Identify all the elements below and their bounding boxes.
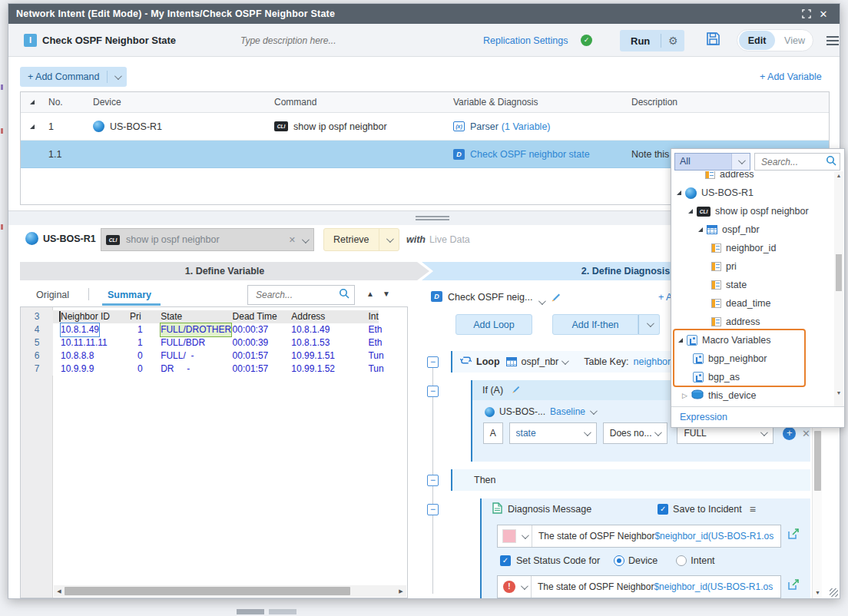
retrieve-button[interactable]: Retrieve [323,228,399,251]
expanded-icon[interactable] [698,227,703,232]
popup-search-input[interactable] [760,156,826,168]
tab-summary[interactable]: Summary [108,290,151,300]
tree-item-column[interactable]: dead_time [671,294,834,313]
add-if-then-dropdown[interactable] [638,314,660,335]
save-icon[interactable] [706,31,720,49]
close-icon[interactable]: ✕ [815,7,832,21]
find-next-icon[interactable]: ▼ [383,290,390,298]
device-radio[interactable] [614,555,624,566]
replication-settings-link[interactable]: Replication Settings [483,35,568,46]
find-previous-icon[interactable]: ▲ [366,290,374,298]
collapse-message-button[interactable]: − [427,504,439,515]
edit-pencil-icon[interactable] [511,384,521,396]
run-settings-gear-icon[interactable]: ⚙ [661,35,684,47]
save-to-incident-checkbox[interactable]: ✓ [658,504,668,515]
add-if-then-button[interactable]: Add If-then [552,314,638,335]
collapse-if-button[interactable]: − [427,386,439,397]
tree-item-address-partial[interactable]: address [671,171,834,184]
add-condition-icon[interactable]: + [783,427,796,440]
command-input[interactable]: CLI show ip ospf neighbor ✕ [101,228,314,251]
condition-variable-select[interactable]: state [509,422,597,444]
table-row-command[interactable]: 1 US-BOS-R1 CLI show ip ospf neighbor (x… [21,113,829,141]
expanded-icon[interactable] [678,338,683,343]
parser-variable-count[interactable]: (1 Variable) [502,121,551,132]
horizontal-scrollbar[interactable]: ◀ ▶ [54,585,406,597]
collapse-all-icon[interactable] [30,100,35,104]
add-command-dropdown[interactable] [107,71,127,83]
tree-item-macro-variable[interactable]: bgp_as [671,368,834,386]
open-editor-icon[interactable] [787,578,800,594]
open-editor-icon[interactable] [787,528,800,543]
remove-condition-icon[interactable]: ✕ [802,428,810,439]
chevron-down-icon[interactable] [561,357,569,365]
clear-icon[interactable]: ✕ [289,235,296,245]
splitter-handle[interactable] [416,216,449,222]
description-input[interactable] [239,31,381,50]
tab-original[interactable]: Original [36,290,69,300]
scrollbar-thumb[interactable] [814,431,821,491]
search-icon[interactable] [339,288,349,302]
scroll-right-icon[interactable]: ▶ [396,588,406,594]
diagnosis-link[interactable]: Check OSPF neighbor state [470,149,590,160]
expression-link[interactable]: Expression [671,406,844,427]
maximize-icon[interactable] [798,7,815,21]
resize-grip[interactable] [830,588,838,597]
table-icon [707,225,717,234]
view-mode-button[interactable]: View [777,35,813,46]
menu-icon[interactable] [826,36,839,48]
parser-label[interactable]: Parser [470,121,499,132]
tree-item-this-device[interactable]: ▷ this_device [671,386,834,405]
message-field-green[interactable]: The state of OSPF Neighbor $neighbor_id(… [497,525,781,548]
add-command-button[interactable]: + Add Command [20,67,127,87]
tree-item-macro-variables[interactable]: Macro Variables [671,331,834,349]
chevron-down-icon[interactable] [516,534,532,539]
edit-mode-button[interactable]: Edit [739,31,775,50]
baseline-selector[interactable]: Baseline [550,406,585,417]
diagnosis-dropdown-icon[interactable] [538,294,544,308]
scrollbar-thumb[interactable] [65,587,350,595]
tree-item-macro-variable[interactable]: bgp_neighbor [671,349,834,368]
chevron-down-icon[interactable] [515,585,531,590]
tree-item-column[interactable]: address [671,313,834,331]
message-menu-icon[interactable]: ≡ [750,503,756,515]
tree-item-device[interactable]: US-BOS-R1 [671,184,834,202]
tree-item-table[interactable]: ospf_nbr [671,220,834,239]
set-status-code-checkbox[interactable]: ✓ [500,555,511,566]
command-dropdown-icon[interactable] [302,233,307,247]
scroll-up-icon[interactable]: ▲ [834,173,843,178]
diagnosis-selector[interactable]: Check OSPF neig... [448,292,532,303]
expanded-icon[interactable] [677,190,681,195]
scroll-down-icon[interactable]: ▼ [834,390,843,396]
tree-item-column[interactable]: pri [671,257,834,276]
variable-search-input[interactable] [254,289,339,301]
expanded-icon[interactable] [688,209,693,214]
filter-dropdown-icon[interactable] [731,154,750,170]
vertical-scrollbar[interactable]: ▼ [812,419,822,598]
tree-item-cli-command[interactable]: CLI show ip ospf neighbor [671,202,834,220]
filter-select[interactable]: All [674,153,750,171]
add-loop-button[interactable]: Add Loop [455,314,532,335]
tree-item-column[interactable]: neighbor_id [671,239,834,257]
add-variable-link[interactable]: + Add Variable [760,71,822,82]
popup-scrollbar[interactable]: ▲ ▼ [834,171,843,406]
chevron-down-icon[interactable] [590,407,598,415]
scroll-down-icon[interactable]: ▼ [813,590,823,595]
collapsed-icon[interactable]: ▷ [682,392,687,399]
severity-color-swatch[interactable] [502,529,516,543]
scrollbar-thumb[interactable] [836,254,842,291]
retrieve-dropdown[interactable] [379,228,399,251]
parsed-output-editor[interactable]: 3 Neighbor IDPriStateDead TimeAddressInt… [20,306,408,598]
edit-pencil-icon[interactable] [550,291,561,306]
run-button[interactable]: Run [620,35,661,47]
collapse-then-button[interactable]: − [427,475,439,486]
tree-item-column[interactable]: state [671,276,834,294]
collapse-row-icon[interactable] [30,124,35,129]
condition-operator-select[interactable]: Does no... [603,422,668,444]
scroll-left-icon[interactable]: ◀ [54,588,65,594]
then-label: Then [474,475,496,485]
loop-table-selector[interactable]: ospf_nbr [522,356,559,367]
intent-radio[interactable] [676,555,687,566]
message-field-error[interactable]: ! The state of OSPF Neighbor $neighbor_i… [497,575,781,598]
search-icon[interactable] [826,155,836,169]
collapse-loop-button[interactable]: − [427,356,439,368]
